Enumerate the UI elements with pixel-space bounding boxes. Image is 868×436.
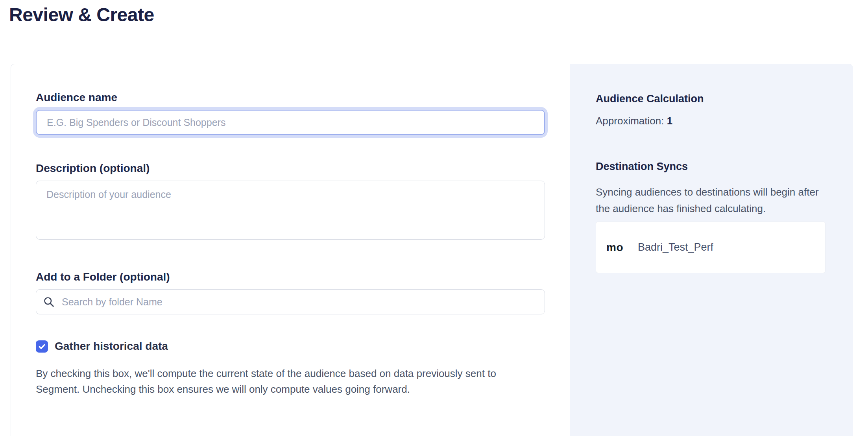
folder-search-box[interactable] (36, 289, 545, 314)
audience-calculation-heading: Audience Calculation (596, 92, 826, 105)
page-title: Review & Create (9, 4, 154, 26)
gather-historical-row: Gather historical data (36, 340, 545, 353)
moengage-logo: mo (606, 241, 623, 254)
destination-sync-name: Badri_Test_Perf (638, 241, 713, 253)
checkmark-icon (38, 342, 46, 351)
destination-syncs-heading: Destination Syncs (596, 160, 826, 173)
summary-panel: Audience Calculation Approximation: 1 De… (570, 64, 853, 436)
gather-historical-label[interactable]: Gather historical data (55, 340, 168, 353)
gather-historical-checkbox[interactable] (36, 340, 48, 353)
gather-historical-help: By checking this box, we'll compute the … (36, 366, 532, 397)
description-textarea[interactable] (36, 181, 545, 240)
folder-label: Add to a Folder (optional) (36, 270, 545, 284)
audience-name-input[interactable] (36, 110, 545, 135)
approximation-value: 1 (667, 115, 672, 127)
destination-syncs-description: Syncing audiences to destinations will b… (596, 184, 826, 217)
approximation-line: Approximation: 1 (596, 114, 826, 127)
approximation-label: Approximation: (596, 115, 664, 127)
search-icon (43, 296, 55, 308)
folder-search-input[interactable] (62, 296, 537, 308)
description-label: Description (optional) (36, 162, 545, 175)
destination-sync-item: mo Badri_Test_Perf (596, 222, 826, 273)
audience-form: Audience name Description (optional) Add… (11, 64, 570, 436)
audience-name-label: Audience name (36, 91, 545, 104)
review-create-card: Audience name Description (optional) Add… (11, 64, 853, 436)
